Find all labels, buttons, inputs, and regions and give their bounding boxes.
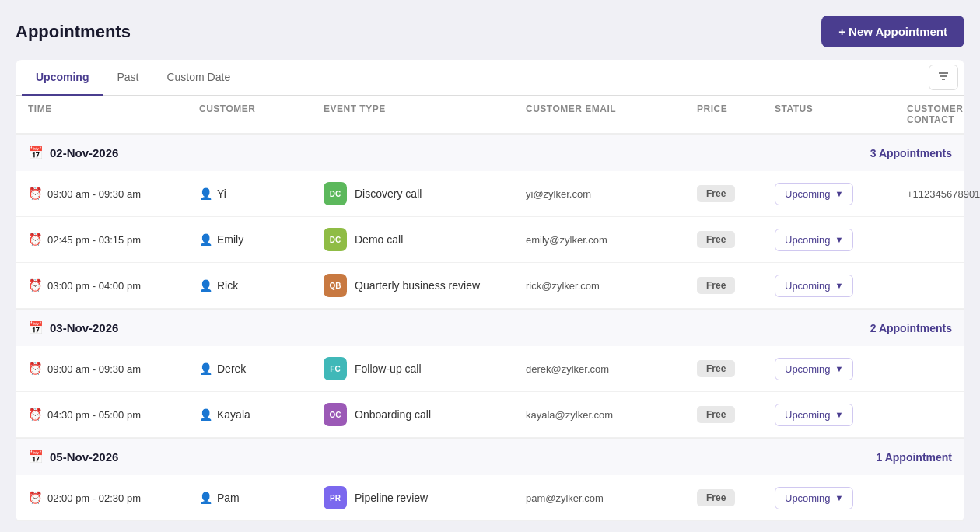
status-label: Upcoming	[785, 280, 831, 292]
page-header: Appointments + New Appointment	[16, 16, 964, 47]
date-label-1: 02-Nov-2026	[50, 146, 118, 159]
status-dropdown[interactable]: Upcoming ▼	[775, 358, 853, 380]
calendar-icon-2: 📅	[28, 320, 44, 335]
event-type-label: Quarterly business review	[355, 279, 480, 292]
status-dropdown[interactable]: Upcoming ▼	[775, 183, 853, 205]
customer-cell: 👤 Yi	[199, 187, 324, 200]
clock-icon: ⏰	[28, 362, 43, 376]
time-cell: ⏰ 03:00 pm - 04:00 pm	[28, 278, 199, 292]
price-badge: Free	[697, 277, 735, 294]
person-icon: 👤	[199, 408, 212, 421]
event-badge: FC	[324, 357, 347, 380]
status-cell: Upcoming ▼	[775, 358, 907, 380]
table-row: ⏰ 04:30 pm - 05:00 pm 👤 Kayala OC Onboar…	[16, 392, 964, 438]
col-price: PRICE	[697, 103, 775, 125]
customer-name: Emily	[217, 233, 243, 246]
chevron-down-icon: ▼	[835, 364, 844, 373]
email-cell: pam@zylker.com	[526, 492, 697, 504]
event-type-label: Demo call	[355, 233, 403, 246]
chevron-down-icon: ▼	[835, 281, 844, 290]
customer-name: Yi	[217, 187, 226, 200]
event-cell: OC Onboarding call	[324, 403, 526, 426]
event-cell: DC Demo call	[324, 228, 526, 251]
clock-icon: ⏰	[28, 278, 43, 292]
time-value: 02:00 pm - 02:30 pm	[47, 492, 141, 504]
price-cell: Free	[697, 185, 775, 202]
appointments-page: Appointments + New Appointment Upcoming …	[0, 0, 980, 532]
tabs-row: Upcoming Past Custom Date	[16, 60, 964, 96]
price-badge: Free	[697, 231, 735, 248]
status-label: Upcoming	[785, 409, 831, 421]
time-value: 09:00 am - 09:30 am	[47, 363, 141, 375]
time-value: 03:00 pm - 04:00 pm	[47, 280, 141, 292]
appointments-table: TIME CUSTOMER EVENT TYPE CUSTOMER EMAIL …	[16, 96, 964, 521]
email-cell: rick@zylker.com	[526, 280, 697, 292]
tab-custom-date[interactable]: Custom Date	[152, 60, 244, 96]
event-badge: QB	[324, 274, 347, 297]
table-row: ⏰ 03:00 pm - 04:00 pm 👤 Rick QB Quarterl…	[16, 263, 964, 309]
status-cell: Upcoming ▼	[775, 404, 907, 426]
email-cell: derek@zylker.com	[526, 363, 697, 375]
date-group-1: 📅 02-Nov-2026 3 Appointments	[16, 134, 964, 171]
date-group-3: 📅 05-Nov-2026 1 Appointment	[16, 438, 964, 475]
event-badge: DC	[324, 182, 347, 205]
col-time: TIME	[28, 103, 199, 125]
date-group-2: 📅 03-Nov-2026 2 Appointments	[16, 309, 964, 346]
person-icon: 👤	[199, 187, 212, 200]
new-appointment-button[interactable]: + New Appointment	[821, 16, 964, 47]
table-header: TIME CUSTOMER EVENT TYPE CUSTOMER EMAIL …	[16, 96, 964, 134]
status-cell: Upcoming ▼	[775, 275, 907, 297]
status-cell: Upcoming ▼	[775, 487, 907, 509]
chevron-down-icon: ▼	[835, 235, 844, 244]
price-cell: Free	[697, 360, 775, 377]
date-label-2: 03-Nov-2026	[50, 321, 118, 334]
status-label: Upcoming	[785, 188, 831, 200]
customer-cell: 👤 Emily	[199, 233, 324, 246]
tab-upcoming[interactable]: Upcoming	[22, 60, 103, 96]
price-cell: Free	[697, 231, 775, 248]
email-cell: emily@zylker.com	[526, 234, 697, 246]
price-cell: Free	[697, 406, 775, 423]
clock-icon: ⏰	[28, 408, 43, 422]
clock-icon: ⏰	[28, 233, 43, 247]
status-label: Upcoming	[785, 363, 831, 375]
event-badge: PR	[324, 486, 347, 509]
email-cell: yi@zylker.com	[526, 188, 697, 200]
time-cell: ⏰ 09:00 am - 09:30 am	[28, 187, 199, 201]
status-dropdown[interactable]: Upcoming ▼	[775, 275, 853, 297]
event-badge: OC	[324, 403, 347, 426]
status-dropdown[interactable]: Upcoming ▼	[775, 487, 853, 509]
status-dropdown[interactable]: Upcoming ▼	[775, 404, 853, 426]
filter-button[interactable]	[929, 65, 958, 90]
price-badge: Free	[697, 489, 735, 506]
price-badge: Free	[697, 360, 735, 377]
calendar-icon-1: 📅	[28, 145, 44, 160]
appt-count-3: 1 Appointment	[877, 451, 952, 464]
person-icon: 👤	[199, 492, 212, 504]
status-dropdown[interactable]: Upcoming ▼	[775, 229, 853, 251]
time-cell: ⏰ 09:00 am - 09:30 am	[28, 362, 199, 376]
table-row: ⏰ 09:00 am - 09:30 am 👤 Yi DC Discovery …	[16, 171, 964, 217]
chevron-down-icon: ▼	[835, 493, 844, 502]
status-label: Upcoming	[785, 234, 831, 246]
time-value: 09:00 am - 09:30 am	[47, 188, 141, 200]
time-cell: ⏰ 02:00 pm - 02:30 pm	[28, 491, 199, 505]
chevron-down-icon: ▼	[835, 189, 844, 198]
price-badge: Free	[697, 406, 735, 423]
event-cell: FC Follow-up call	[324, 357, 526, 380]
status-cell: Upcoming ▼	[775, 229, 907, 251]
chevron-down-icon: ▼	[835, 410, 844, 419]
tab-past[interactable]: Past	[103, 60, 152, 96]
table-row: ⏰ 02:00 pm - 02:30 pm 👤 Pam PR Pipeline …	[16, 475, 964, 521]
event-type-label: Discovery call	[355, 187, 422, 200]
person-icon: 👤	[199, 362, 212, 375]
customer-cell: 👤 Pam	[199, 492, 324, 504]
customer-name: Rick	[217, 279, 238, 292]
event-cell: PR Pipeline review	[324, 486, 526, 509]
status-cell: Upcoming ▼	[775, 183, 907, 205]
event-cell: QB Quarterly business review	[324, 274, 526, 297]
person-icon: 👤	[199, 279, 212, 292]
time-value: 04:30 pm - 05:00 pm	[47, 409, 141, 421]
col-contact: CUSTOMER CONTACT	[907, 103, 963, 125]
event-cell: DC Discovery call	[324, 182, 526, 205]
